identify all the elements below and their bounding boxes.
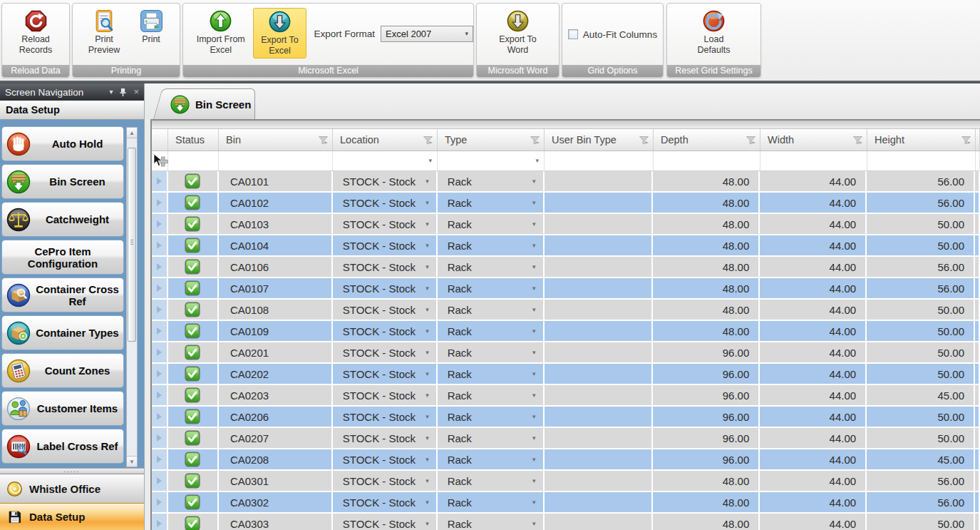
- location-cell[interactable]: STOCK - Stock▾: [333, 257, 438, 278]
- height-cell[interactable]: 50.00: [867, 300, 975, 321]
- type-cell[interactable]: Rack▾: [438, 235, 545, 257]
- status-check-icon[interactable]: [185, 387, 200, 403]
- height-cell[interactable]: 50.00: [867, 407, 975, 428]
- dropdown-arrow-icon[interactable]: ▾: [532, 370, 536, 377]
- user-bin-type-cell[interactable]: [545, 385, 654, 407]
- height-cell[interactable]: 50.00: [867, 214, 975, 235]
- dropdown-arrow-icon[interactable]: ▾: [532, 178, 536, 185]
- bin-cell[interactable]: CA0302: [219, 492, 333, 514]
- sidebar-item-label-cross-ref[interactable]: Label Cross Ref: [1, 429, 124, 464]
- width-cell[interactable]: 44.00: [760, 214, 867, 235]
- column-header-status[interactable]: Status: [168, 129, 219, 151]
- status-cell[interactable]: [168, 193, 219, 214]
- row-indicator-cell[interactable]: [152, 278, 168, 300]
- location-cell[interactable]: STOCK - Stock▾: [333, 428, 438, 449]
- dropdown-arrow-icon[interactable]: ▾: [532, 306, 536, 313]
- filter-cell-bin[interactable]: [219, 151, 333, 170]
- dropdown-arrow-icon[interactable]: ▾: [425, 392, 429, 399]
- dropdown-arrow-icon[interactable]: ▾: [425, 477, 429, 484]
- row-indicator-cell[interactable]: [152, 257, 168, 278]
- filter-cell-height[interactable]: [867, 151, 976, 170]
- location-cell[interactable]: STOCK - Stock▾: [333, 321, 438, 342]
- dropdown-arrow-icon[interactable]: ▾: [425, 413, 429, 420]
- auto-fit-columns-checkbox[interactable]: Auto-Fit Columns: [568, 9, 657, 60]
- status-cell[interactable]: [168, 235, 219, 257]
- height-cell[interactable]: 50.00: [867, 342, 975, 364]
- status-cell[interactable]: [168, 428, 219, 449]
- row-indicator-cell[interactable]: [152, 321, 168, 342]
- status-check-icon[interactable]: [185, 238, 200, 253]
- dropdown-arrow-icon[interactable]: ▾: [532, 199, 536, 206]
- dropdown-arrow-icon[interactable]: ▾: [428, 157, 432, 164]
- status-check-icon[interactable]: [185, 280, 200, 296]
- height-cell[interactable]: 50.00: [867, 428, 975, 449]
- depth-cell[interactable]: 48.00: [653, 235, 760, 257]
- filter-funnel-icon[interactable]: [530, 136, 540, 145]
- scroll-up-arrow-icon[interactable]: ▲: [127, 128, 137, 138]
- bin-cell[interactable]: CA0207: [219, 428, 333, 449]
- depth-cell[interactable]: 48.00: [653, 193, 760, 214]
- user-bin-type-cell[interactable]: [545, 214, 654, 235]
- status-check-icon[interactable]: [185, 494, 200, 510]
- width-cell[interactable]: 44.00: [760, 300, 867, 321]
- depth-cell[interactable]: 96.00: [653, 364, 760, 385]
- type-cell[interactable]: Rack▾: [438, 193, 545, 214]
- type-cell[interactable]: Rack▾: [438, 257, 545, 278]
- scroll-down-arrow-icon[interactable]: ▼: [127, 456, 137, 467]
- location-cell[interactable]: STOCK - Stock▾: [333, 364, 438, 385]
- depth-cell[interactable]: 48.00: [653, 171, 760, 193]
- filter-cell-user-bin-type[interactable]: [545, 151, 654, 170]
- depth-cell[interactable]: 48.00: [653, 471, 760, 492]
- depth-cell[interactable]: 96.00: [653, 407, 760, 428]
- row-indicator-cell[interactable]: [152, 471, 168, 492]
- height-cell[interactable]: 56.00: [867, 471, 975, 492]
- dropdown-arrow-icon[interactable]: ▾: [532, 263, 536, 270]
- width-cell[interactable]: 44.00: [760, 428, 867, 449]
- export-to-excel-button[interactable]: Export To Excel: [253, 8, 307, 58]
- dropdown-arrow-icon[interactable]: ▾: [532, 456, 536, 463]
- depth-cell[interactable]: 48.00: [653, 278, 760, 300]
- depth-cell[interactable]: 48.00: [653, 492, 760, 514]
- close-icon[interactable]: ×: [133, 88, 139, 96]
- bin-cell[interactable]: CA0301: [219, 471, 333, 492]
- dropdown-arrow-icon[interactable]: ▾: [535, 157, 539, 164]
- location-cell[interactable]: STOCK - Stock▾: [333, 278, 438, 300]
- height-cell[interactable]: 50.00: [867, 514, 975, 530]
- status-cell[interactable]: [168, 514, 219, 530]
- user-bin-type-cell[interactable]: [545, 342, 654, 364]
- sidebar-item-customer-items[interactable]: Customer Items: [1, 391, 124, 426]
- location-cell[interactable]: STOCK - Stock▾: [333, 342, 438, 364]
- dropdown-arrow-icon[interactable]: ▾: [532, 349, 536, 356]
- bin-cell[interactable]: CA0303: [219, 514, 333, 530]
- user-bin-type-cell[interactable]: [545, 492, 654, 514]
- bin-cell[interactable]: CA0107: [219, 278, 333, 300]
- row-indicator-cell[interactable]: [152, 514, 168, 530]
- status-cell[interactable]: [168, 492, 219, 514]
- sidebar-item-cepro-item-configuration[interactable]: CePro Item Configuration: [1, 240, 124, 275]
- height-cell[interactable]: 56.00: [867, 492, 975, 514]
- status-check-icon[interactable]: [185, 345, 200, 360]
- filter-cell-status[interactable]: [168, 151, 219, 170]
- status-check-icon[interactable]: [185, 259, 200, 275]
- location-cell[interactable]: STOCK - Stock▾: [333, 235, 438, 257]
- user-bin-type-cell[interactable]: [545, 193, 654, 214]
- width-cell[interactable]: 44.00: [760, 193, 867, 214]
- depth-cell[interactable]: 96.00: [653, 385, 760, 407]
- height-cell[interactable]: 50.00: [867, 235, 975, 257]
- row-indicator-cell[interactable]: [152, 342, 168, 364]
- bin-cell[interactable]: CA0106: [219, 257, 333, 278]
- user-bin-type-cell[interactable]: [545, 235, 654, 257]
- load-defaults-button[interactable]: Load Defaults: [689, 8, 739, 57]
- status-check-icon[interactable]: [185, 430, 200, 446]
- status-check-icon[interactable]: [185, 302, 200, 317]
- filter-funnel-icon[interactable]: [746, 136, 756, 145]
- dropdown-arrow-icon[interactable]: ▾: [532, 242, 536, 249]
- status-cell[interactable]: [168, 214, 219, 235]
- user-bin-type-cell[interactable]: [545, 407, 654, 428]
- dropdown-arrow-icon[interactable]: ▾: [532, 327, 536, 335]
- user-bin-type-cell[interactable]: [545, 278, 654, 300]
- filter-cell-location[interactable]: ▾: [333, 151, 438, 170]
- status-cell[interactable]: [168, 471, 219, 492]
- width-cell[interactable]: 44.00: [760, 385, 867, 407]
- sidebar-item-container-cross-ref[interactable]: Container Cross Ref: [1, 277, 124, 312]
